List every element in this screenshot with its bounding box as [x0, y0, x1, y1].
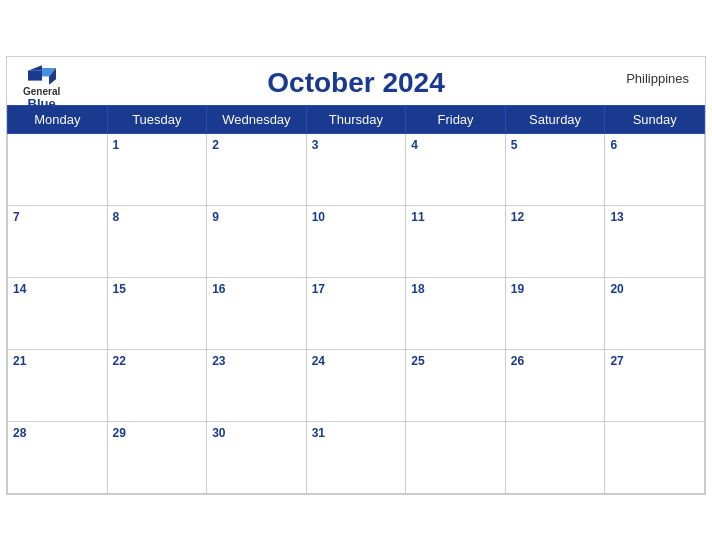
day-number: 2 [212, 138, 219, 152]
calendar-day-cell: 23 [207, 349, 307, 421]
day-number: 19 [511, 282, 524, 296]
calendar-week-row: 14151617181920 [8, 277, 705, 349]
day-number: 28 [13, 426, 26, 440]
day-number: 3 [312, 138, 319, 152]
calendar-day-cell: 3 [306, 133, 406, 205]
day-number: 30 [212, 426, 225, 440]
day-number: 12 [511, 210, 524, 224]
day-number: 20 [610, 282, 623, 296]
calendar-container: General Blue October 2024 Philippines Mo… [6, 56, 706, 495]
weekday-header-tuesday: Tuesday [107, 105, 207, 133]
logo-general-text: General [23, 87, 60, 97]
day-number: 23 [212, 354, 225, 368]
day-number: 13 [610, 210, 623, 224]
calendar-week-row: 78910111213 [8, 205, 705, 277]
calendar-week-row: 21222324252627 [8, 349, 705, 421]
calendar-day-cell: 12 [505, 205, 605, 277]
calendar-grid: MondayTuesdayWednesdayThursdayFridaySatu… [7, 105, 705, 494]
day-number: 10 [312, 210, 325, 224]
calendar-day-cell: 10 [306, 205, 406, 277]
day-number: 25 [411, 354, 424, 368]
calendar-day-cell [8, 133, 108, 205]
calendar-day-cell: 8 [107, 205, 207, 277]
calendar-day-cell: 22 [107, 349, 207, 421]
calendar-day-cell: 19 [505, 277, 605, 349]
day-number: 5 [511, 138, 518, 152]
calendar-day-cell: 7 [8, 205, 108, 277]
day-number: 31 [312, 426, 325, 440]
calendar-day-cell [505, 421, 605, 493]
calendar-day-cell [406, 421, 506, 493]
weekday-header-wednesday: Wednesday [207, 105, 307, 133]
day-number: 18 [411, 282, 424, 296]
calendar-day-cell: 15 [107, 277, 207, 349]
calendar-day-cell: 9 [207, 205, 307, 277]
calendar-day-cell: 24 [306, 349, 406, 421]
month-title: October 2024 [267, 67, 444, 99]
calendar-day-cell: 13 [605, 205, 705, 277]
calendar-week-row: 123456 [8, 133, 705, 205]
calendar-day-cell: 2 [207, 133, 307, 205]
calendar-day-cell: 25 [406, 349, 506, 421]
calendar-day-cell: 5 [505, 133, 605, 205]
weekday-header-thursday: Thursday [306, 105, 406, 133]
day-number: 21 [13, 354, 26, 368]
weekday-header-saturday: Saturday [505, 105, 605, 133]
day-number: 1 [113, 138, 120, 152]
logo-blue-text: Blue [28, 97, 56, 110]
logo-icon [28, 65, 56, 85]
calendar-day-cell: 26 [505, 349, 605, 421]
calendar-day-cell: 30 [207, 421, 307, 493]
day-number: 7 [13, 210, 20, 224]
weekday-header-row: MondayTuesdayWednesdayThursdayFridaySatu… [8, 105, 705, 133]
day-number: 6 [610, 138, 617, 152]
calendar-day-cell: 27 [605, 349, 705, 421]
calendar-day-cell: 18 [406, 277, 506, 349]
calendar-day-cell: 16 [207, 277, 307, 349]
day-number: 22 [113, 354, 126, 368]
svg-marker-1 [28, 65, 42, 71]
day-number: 11 [411, 210, 424, 224]
day-number: 9 [212, 210, 219, 224]
day-number: 8 [113, 210, 120, 224]
day-number: 17 [312, 282, 325, 296]
calendar-day-cell: 1 [107, 133, 207, 205]
day-number: 16 [212, 282, 225, 296]
svg-rect-0 [28, 70, 42, 80]
calendar-day-cell: 14 [8, 277, 108, 349]
calendar-day-cell: 21 [8, 349, 108, 421]
calendar-day-cell: 31 [306, 421, 406, 493]
calendar-day-cell: 17 [306, 277, 406, 349]
weekday-header-friday: Friday [406, 105, 506, 133]
day-number: 29 [113, 426, 126, 440]
calendar-day-cell [605, 421, 705, 493]
calendar-day-cell: 20 [605, 277, 705, 349]
day-number: 4 [411, 138, 418, 152]
weekday-header-sunday: Sunday [605, 105, 705, 133]
logo-area: General Blue [23, 65, 60, 110]
calendar-day-cell: 11 [406, 205, 506, 277]
day-number: 15 [113, 282, 126, 296]
country-label: Philippines [626, 71, 689, 86]
calendar-day-cell: 4 [406, 133, 506, 205]
day-number: 26 [511, 354, 524, 368]
calendar-day-cell: 6 [605, 133, 705, 205]
day-number: 24 [312, 354, 325, 368]
calendar-week-row: 28293031 [8, 421, 705, 493]
day-number: 27 [610, 354, 623, 368]
day-number: 14 [13, 282, 26, 296]
calendar-day-cell: 28 [8, 421, 108, 493]
calendar-header: General Blue October 2024 Philippines [7, 57, 705, 105]
calendar-day-cell: 29 [107, 421, 207, 493]
